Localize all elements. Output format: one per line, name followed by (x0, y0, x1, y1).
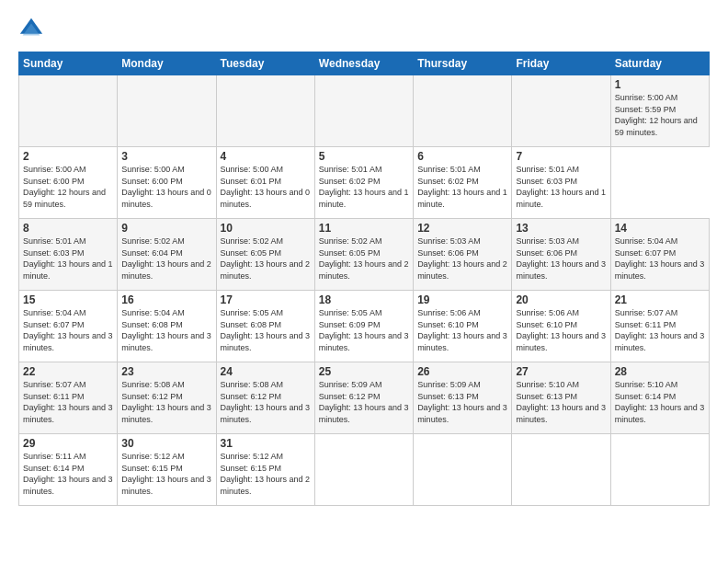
day-number: 4 (221, 150, 311, 163)
calendar-header-row: SundayMondayTuesdayWednesdayThursdayFrid… (19, 52, 710, 75)
day-number: 8 (23, 222, 113, 235)
logo (18, 17, 48, 42)
calendar-cell (216, 75, 314, 147)
header (18, 17, 710, 42)
calendar-week-row: 22Sunrise: 5:07 AMSunset: 6:11 PMDayligh… (19, 362, 710, 434)
day-info: Sunrise: 5:00 AMSunset: 6:01 PMDaylight:… (221, 164, 311, 210)
day-info: Sunrise: 5:02 AMSunset: 6:05 PMDaylight:… (319, 236, 409, 282)
calendar-cell (19, 75, 118, 147)
day-number: 14 (615, 222, 705, 235)
calendar-cell: 12Sunrise: 5:03 AMSunset: 6:06 PMDayligh… (414, 219, 512, 291)
page: SundayMondayTuesdayWednesdayThursdayFrid… (0, 0, 728, 563)
day-number: 1 (615, 78, 705, 91)
header-cell-thursday: Thursday (414, 52, 512, 75)
calendar-cell: 14Sunrise: 5:04 AMSunset: 6:07 PMDayligh… (610, 219, 709, 291)
calendar-cell: 23Sunrise: 5:08 AMSunset: 6:12 PMDayligh… (118, 362, 216, 434)
calendar-cell: 15Sunrise: 5:04 AMSunset: 6:07 PMDayligh… (19, 291, 118, 362)
calendar-cell: 1Sunrise: 5:00 AMSunset: 5:59 PMDaylight… (610, 75, 709, 147)
day-number: 19 (417, 293, 507, 306)
calendar-cell (512, 75, 610, 147)
header-cell-wednesday: Wednesday (314, 52, 413, 75)
calendar-cell: 4Sunrise: 5:00 AMSunset: 6:01 PMDaylight… (216, 147, 314, 219)
calendar-cell: 27Sunrise: 5:10 AMSunset: 6:13 PMDayligh… (512, 362, 610, 434)
day-info: Sunrise: 5:12 AMSunset: 6:15 PMDaylight:… (121, 451, 211, 497)
calendar-cell: 8Sunrise: 5:01 AMSunset: 6:03 PMDaylight… (19, 219, 118, 291)
calendar-cell: 25Sunrise: 5:09 AMSunset: 6:12 PMDayligh… (314, 362, 413, 434)
day-info: Sunrise: 5:04 AMSunset: 6:08 PMDaylight:… (121, 307, 211, 353)
calendar-week-row: 29Sunrise: 5:11 AMSunset: 6:14 PMDayligh… (19, 434, 710, 506)
day-number: 16 (121, 293, 211, 306)
day-number: 3 (121, 150, 211, 163)
calendar-cell (610, 434, 709, 506)
calendar-cell: 22Sunrise: 5:07 AMSunset: 6:11 PMDayligh… (19, 362, 118, 434)
day-number: 22 (23, 365, 113, 378)
day-info: Sunrise: 5:05 AMSunset: 6:09 PMDaylight:… (319, 307, 409, 353)
day-info: Sunrise: 5:06 AMSunset: 6:10 PMDaylight:… (516, 307, 606, 353)
calendar-cell (512, 434, 610, 506)
day-number: 17 (221, 293, 311, 306)
calendar-cell: 19Sunrise: 5:06 AMSunset: 6:10 PMDayligh… (414, 291, 512, 362)
header-cell-monday: Monday (118, 52, 216, 75)
day-number: 15 (23, 293, 113, 306)
calendar-cell: 10Sunrise: 5:02 AMSunset: 6:05 PMDayligh… (216, 219, 314, 291)
day-info: Sunrise: 5:04 AMSunset: 6:07 PMDaylight:… (615, 236, 705, 282)
calendar-cell: 31Sunrise: 5:12 AMSunset: 6:15 PMDayligh… (216, 434, 314, 506)
calendar-cell: 17Sunrise: 5:05 AMSunset: 6:08 PMDayligh… (216, 291, 314, 362)
calendar-cell: 5Sunrise: 5:01 AMSunset: 6:02 PMDaylight… (314, 147, 413, 219)
day-info: Sunrise: 5:08 AMSunset: 6:12 PMDaylight:… (221, 379, 311, 425)
day-info: Sunrise: 5:12 AMSunset: 6:15 PMDaylight:… (221, 451, 311, 497)
calendar-cell: 21Sunrise: 5:07 AMSunset: 6:11 PMDayligh… (610, 291, 709, 362)
day-info: Sunrise: 5:03 AMSunset: 6:06 PMDaylight:… (417, 236, 507, 282)
day-info: Sunrise: 5:07 AMSunset: 6:11 PMDaylight:… (23, 379, 113, 425)
day-info: Sunrise: 5:01 AMSunset: 6:02 PMDaylight:… (417, 164, 507, 210)
calendar-cell (118, 75, 216, 147)
day-number: 2 (23, 150, 113, 163)
day-info: Sunrise: 5:01 AMSunset: 6:03 PMDaylight:… (23, 236, 113, 282)
calendar-cell: 16Sunrise: 5:04 AMSunset: 6:08 PMDayligh… (118, 291, 216, 362)
calendar-cell (314, 75, 413, 147)
day-number: 23 (121, 365, 211, 378)
day-info: Sunrise: 5:07 AMSunset: 6:11 PMDaylight:… (615, 307, 705, 353)
calendar-cell: 28Sunrise: 5:10 AMSunset: 6:14 PMDayligh… (610, 362, 709, 434)
day-info: Sunrise: 5:00 AMSunset: 6:00 PMDaylight:… (121, 164, 211, 210)
day-number: 12 (417, 222, 507, 235)
logo-icon (18, 17, 44, 42)
day-number: 10 (221, 222, 311, 235)
calendar-cell: 6Sunrise: 5:01 AMSunset: 6:02 PMDaylight… (414, 147, 512, 219)
day-info: Sunrise: 5:08 AMSunset: 6:12 PMDaylight:… (121, 379, 211, 425)
day-info: Sunrise: 5:10 AMSunset: 6:14 PMDaylight:… (615, 379, 705, 425)
day-number: 30 (121, 437, 211, 450)
calendar-cell: 3Sunrise: 5:00 AMSunset: 6:00 PMDaylight… (118, 147, 216, 219)
calendar-week-row: 1Sunrise: 5:00 AMSunset: 5:59 PMDaylight… (19, 75, 710, 147)
calendar-cell: 30Sunrise: 5:12 AMSunset: 6:15 PMDayligh… (118, 434, 216, 506)
day-number: 20 (516, 293, 606, 306)
calendar-cell: 26Sunrise: 5:09 AMSunset: 6:13 PMDayligh… (414, 362, 512, 434)
day-info: Sunrise: 5:05 AMSunset: 6:08 PMDaylight:… (221, 307, 311, 353)
day-number: 7 (516, 150, 606, 163)
day-number: 6 (417, 150, 507, 163)
day-info: Sunrise: 5:00 AMSunset: 6:00 PMDaylight:… (23, 164, 113, 210)
calendar-table: SundayMondayTuesdayWednesdayThursdayFrid… (18, 52, 710, 506)
calendar-cell: 13Sunrise: 5:03 AMSunset: 6:06 PMDayligh… (512, 219, 610, 291)
day-number: 9 (121, 222, 211, 235)
day-info: Sunrise: 5:03 AMSunset: 6:06 PMDaylight:… (516, 236, 606, 282)
day-number: 28 (615, 365, 705, 378)
calendar-cell: 29Sunrise: 5:11 AMSunset: 6:14 PMDayligh… (19, 434, 118, 506)
day-number: 31 (221, 437, 311, 450)
day-info: Sunrise: 5:09 AMSunset: 6:12 PMDaylight:… (319, 379, 409, 425)
calendar-cell: 24Sunrise: 5:08 AMSunset: 6:12 PMDayligh… (216, 362, 314, 434)
day-info: Sunrise: 5:01 AMSunset: 6:02 PMDaylight:… (319, 164, 409, 210)
day-info: Sunrise: 5:06 AMSunset: 6:10 PMDaylight:… (417, 307, 507, 353)
day-info: Sunrise: 5:11 AMSunset: 6:14 PMDaylight:… (23, 451, 113, 497)
day-number: 13 (516, 222, 606, 235)
calendar-cell: 20Sunrise: 5:06 AMSunset: 6:10 PMDayligh… (512, 291, 610, 362)
day-number: 21 (615, 293, 705, 306)
calendar-cell (414, 75, 512, 147)
day-info: Sunrise: 5:00 AMSunset: 5:59 PMDaylight:… (615, 92, 705, 138)
calendar-week-row: 2Sunrise: 5:00 AMSunset: 6:00 PMDaylight… (19, 147, 710, 219)
calendar-cell: 2Sunrise: 5:00 AMSunset: 6:00 PMDaylight… (19, 147, 118, 219)
header-cell-saturday: Saturday (610, 52, 709, 75)
calendar-cell: 9Sunrise: 5:02 AMSunset: 6:04 PMDaylight… (118, 219, 216, 291)
header-cell-friday: Friday (512, 52, 610, 75)
calendar-cell (314, 434, 413, 506)
